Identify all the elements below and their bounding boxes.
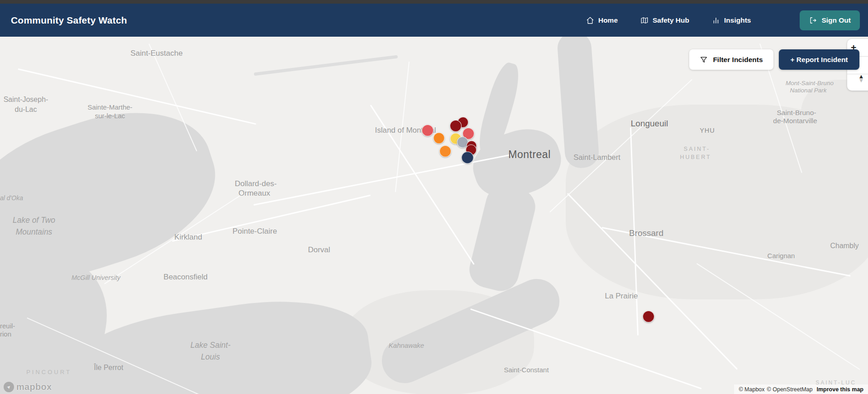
incident-marker[interactable] — [462, 152, 474, 164]
map-road — [395, 62, 410, 192]
improve-this-map-link[interactable]: Improve this map — [817, 386, 864, 393]
nav-item-label: Safety Hub — [653, 16, 689, 24]
bar-chart-icon — [712, 16, 720, 24]
nav-item-label: Home — [598, 16, 618, 24]
incident-marker[interactable] — [643, 311, 654, 322]
compass-south-icon: ▼ — [858, 78, 864, 82]
map-road — [549, 79, 692, 213]
filter-incidents-button[interactable]: Filter Incidents — [689, 49, 773, 70]
funnel-icon — [700, 56, 708, 64]
map-road-layer — [0, 37, 868, 394]
incident-marker[interactable] — [439, 145, 451, 157]
main-nav: Home Safety Hub Insights — [586, 16, 751, 24]
nav-item-insights[interactable]: Insights — [712, 16, 751, 24]
app-header: Community Safety Watch Home Safety Hub I… — [0, 4, 868, 37]
map-road — [104, 190, 249, 284]
sign-out-icon — [809, 16, 817, 24]
mapbox-logo[interactable]: ➤ mapbox — [4, 382, 52, 392]
nav-item-label: Insights — [724, 16, 751, 24]
map-road — [567, 193, 738, 370]
map-road — [602, 227, 851, 276]
mapbox-logo-icon: ➤ — [4, 382, 14, 392]
nav-item-home[interactable]: Home — [586, 16, 618, 24]
sign-out-button[interactable]: Sign Out — [800, 10, 860, 30]
sign-out-label: Sign Out — [821, 16, 851, 24]
nav-item-safety-hub[interactable]: Safety Hub — [640, 16, 689, 24]
map-road — [470, 308, 701, 389]
map-icon — [640, 16, 649, 24]
home-icon — [586, 16, 594, 24]
map-road — [696, 263, 860, 370]
map-canvas[interactable] — [0, 37, 868, 394]
incident-marker[interactable] — [450, 120, 462, 132]
report-incident-button[interactable]: + Report Incident — [779, 49, 859, 70]
filter-incidents-label: Filter Incidents — [713, 56, 763, 64]
mapbox-logo-text: mapbox — [16, 382, 52, 392]
openstreetmap-attribution-link[interactable]: © OpenStreetMap — [767, 386, 813, 393]
map-road — [148, 43, 197, 151]
map-road — [27, 317, 201, 394]
compass-button[interactable]: ▲ ▼ — [847, 74, 868, 91]
map-road — [18, 68, 256, 125]
incident-marker[interactable] — [422, 125, 434, 136]
map-attribution: © Mapbox © OpenStreetMap Improve this ma… — [734, 384, 868, 394]
map-road — [253, 154, 511, 205]
report-incident-label: + Report Incident — [790, 56, 848, 64]
incident-marker[interactable] — [434, 133, 445, 144]
mapbox-attribution-link[interactable]: © Mapbox — [739, 386, 764, 393]
community-safety-watch-app: Community Safety Watch Home Safety Hub I… — [0, 0, 868, 394]
app-title: Community Safety Watch — [11, 15, 127, 26]
window-top-strip — [0, 0, 868, 4]
map-road — [630, 127, 639, 336]
